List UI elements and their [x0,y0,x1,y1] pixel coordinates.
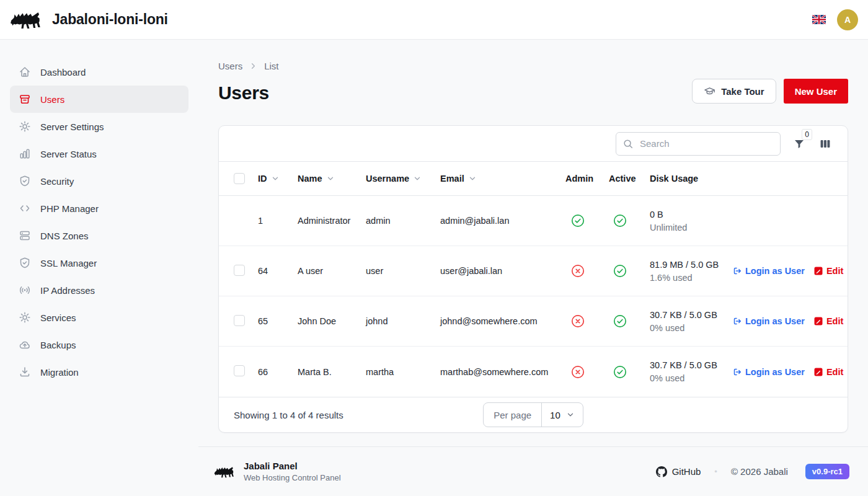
cloud-upload-icon [19,339,31,351]
sidebar-item-php-manager[interactable]: PHP Manager [10,195,188,222]
cell-id: 64 [249,266,288,276]
column-header-email[interactable]: Email [431,174,556,184]
sidebar-item-server-status[interactable]: Server Status [10,140,188,167]
column-header-id[interactable]: ID [249,174,288,184]
footer-brand: Jabali Panel [244,461,341,471]
cell-id: 1 [249,216,288,226]
cell-email: user@jabali.lan [431,266,556,276]
boar-logo-icon [10,9,42,31]
edit-button[interactable]: Edit [813,316,843,326]
footer-tagline: Web Hosting Control Panel [244,473,341,482]
breadcrumb-users[interactable]: Users [218,61,242,71]
cell-name: A user [288,266,356,276]
disk-usage-value: 30.7 KB / 5.0 GB [650,310,725,320]
app-brand[interactable]: Jabaloni-loni-loni [10,9,168,31]
edit-icon [813,266,823,276]
chevron-down-icon [566,410,575,419]
column-header-name[interactable]: Name [288,174,356,184]
sidebar-item-label: IP Addresses [40,285,95,296]
row-checkbox[interactable] [234,365,245,376]
sidebar-item-dns-zones[interactable]: DNS Zones [10,222,188,249]
sidebar-item-migration[interactable]: Migration [10,358,188,386]
admin-x-icon [571,365,585,379]
select-all-checkbox[interactable] [234,173,245,184]
disk-usage-percent: 0% used [650,373,725,383]
sidebar-item-label: DNS Zones [40,231,89,241]
disk-usage-percent: 0% used [650,323,725,333]
login-as-user-button[interactable]: Login as User [732,316,805,326]
version-badge[interactable]: v0.9-rc1 [805,464,849,479]
github-link[interactable]: GitHub [656,466,701,477]
cell-email: marthab@somewhere.com [431,367,556,377]
columns-button[interactable] [818,136,833,151]
take-tour-label: Take Tour [721,86,764,97]
sidebar-item-security[interactable]: Security [10,167,188,195]
sidebar-item-users[interactable]: Users [10,86,188,113]
login-as-user-button[interactable]: Login as User [732,266,805,276]
login-as-user-button[interactable]: Login as User [732,367,805,377]
active-check-icon [613,264,627,278]
active-check-icon [613,214,627,228]
user-avatar[interactable]: A [837,9,858,30]
disk-usage-percent: 1.6% used [650,273,725,283]
github-icon [656,466,667,477]
sidebar-item-backups[interactable]: Backups [10,331,188,358]
github-label: GitHub [672,466,701,477]
row-checkbox[interactable] [234,315,245,326]
cell-username: johnd [356,316,431,326]
new-user-button[interactable]: New User [784,79,848,104]
filter-count-badge: 0 [802,129,812,140]
gear-icon [19,311,31,324]
sidebar-item-label: Migration [40,367,79,378]
disk-usage-percent: Unlimited [650,223,725,232]
search-input[interactable] [616,132,781,156]
sidebar-item-label: Users [40,94,64,105]
home-icon [19,66,31,78]
login-icon [732,367,742,377]
download-icon [19,366,31,378]
bar-chart-icon [19,148,31,160]
per-page-value: 10 [550,410,560,420]
search-icon [622,138,634,149]
row-checkbox[interactable] [234,265,245,276]
per-page-label: Per page [484,403,542,427]
column-header-username[interactable]: Username [356,174,431,184]
language-flag-uk-icon[interactable] [812,15,826,24]
sidebar-item-server-settings[interactable]: Server Settings [10,113,188,140]
sidebar-item-label: SSL Manager [40,258,97,268]
sidebar-item-dashboard[interactable]: Dashboard [10,58,188,86]
server-stack-icon [19,229,31,242]
admin-x-icon [571,314,585,328]
cell-email: admin@jabali.lan [431,216,556,226]
search-field [616,132,781,156]
sidebar-item-label: Dashboard [40,67,86,78]
admin-check-icon [571,214,585,228]
cell-username: user [356,266,431,276]
cell-email: johnd@somewhere.com [431,316,556,326]
code-icon [19,202,31,215]
column-header-admin: Admin [556,174,600,184]
sidebar-item-ssl-manager[interactable]: SSL Manager [10,249,188,277]
filter-button[interactable]: 0 [792,136,807,151]
copyright-text: © 2026 Jabali [731,466,788,477]
sidebar-item-services[interactable]: Services [10,304,188,331]
top-header: Jabaloni-loni-loni A [0,0,868,40]
take-tour-button[interactable]: Take Tour [692,79,776,104]
edit-button[interactable]: Edit [813,367,843,377]
column-header-disk-usage: Disk Usage [640,174,725,184]
disk-usage-value: 81.9 MB / 5.0 GB [650,260,725,270]
edit-button[interactable]: Edit [813,266,843,276]
cell-username: admin [356,216,431,226]
users-icon [19,93,31,105]
active-check-icon [613,314,627,328]
cell-name: John Doe [288,316,356,326]
per-page-select[interactable]: 10 [542,403,583,427]
cell-id: 65 [249,316,288,326]
cell-name: Administrator [288,216,356,226]
sidebar-item-label: Backups [40,340,76,350]
cell-id: 66 [249,367,288,377]
site-footer: Jabali Panel Web Hosting Control Panel G… [198,446,868,496]
shield-check-icon [19,257,31,269]
sidebar-item-ip-addresses[interactable]: IP Addresses [10,277,188,304]
sidebar: Dashboard Users Server Settings Server S… [0,40,198,496]
